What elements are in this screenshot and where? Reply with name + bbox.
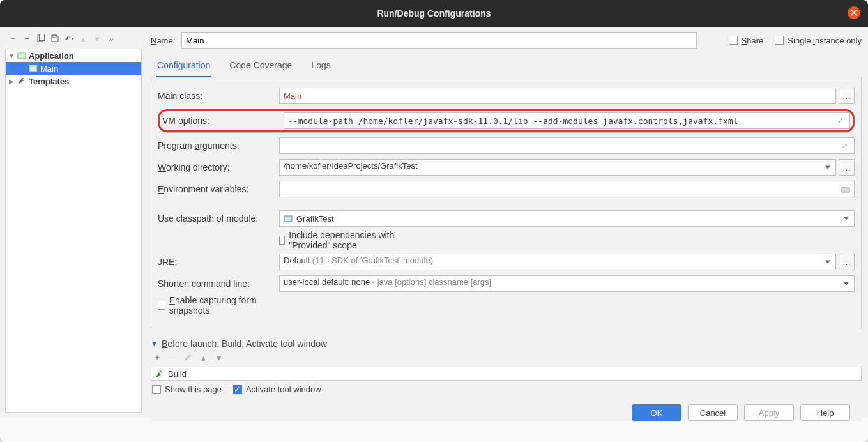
tab-code-coverage[interactable]: Code Coverage — [228, 55, 293, 77]
browse-env-icon[interactable] — [841, 185, 850, 194]
checkbox-icon — [158, 301, 165, 310]
tab-logs[interactable]: Logs — [310, 55, 331, 77]
browse-working-dir-button[interactable]: … — [839, 159, 855, 176]
collapse-icon: ▼ — [8, 52, 15, 59]
remove-config-button[interactable]: − — [22, 33, 32, 43]
pencil-icon — [184, 354, 192, 362]
vm-options-input[interactable]: --module-path /home/kofler/javafx-sdk-11… — [284, 112, 850, 129]
svg-rect-4 — [18, 52, 26, 54]
sidebar: ＋ − ▾ ▴ ▾ » ▼ Application — [0, 27, 144, 418]
classpath-label: Use classpath of module: — [158, 213, 274, 224]
main-class-label: Main class: — [158, 91, 274, 101]
move-task-down[interactable]: ▾ — [213, 353, 224, 363]
content-pane: Name: Share Single instance only Configu… — [144, 27, 868, 418]
shorten-cmd-label: Shorten command line: — [158, 278, 274, 289]
tab-configuration[interactable]: Configuration — [156, 55, 211, 77]
jre-select[interactable]: Default (11 - SDK of 'GrafikTest' module… — [279, 254, 836, 270]
copy-icon — [36, 34, 45, 43]
env-vars-label: Environment variables: — [158, 184, 274, 194]
module-icon — [284, 214, 293, 223]
tree-node-application[interactable]: ▼ Application — [6, 49, 141, 62]
working-dir-value: /home/kofler/IdeaProjects/GrafikTest — [284, 161, 418, 171]
name-label: Name: — [151, 36, 175, 45]
svg-rect-7 — [284, 216, 292, 222]
config-toolbar: ＋ − ▾ ▴ ▾ » — [5, 32, 142, 49]
move-up-button[interactable]: ▴ — [78, 33, 88, 43]
svg-rect-6 — [29, 65, 37, 67]
checkbox-icon — [279, 236, 285, 245]
activate-tool-window-label: Activate tool window — [246, 385, 321, 394]
main-class-input[interactable] — [279, 88, 836, 104]
checkbox-icon — [729, 36, 738, 45]
tree-node-main[interactable]: Main — [6, 62, 141, 75]
move-task-up[interactable]: ▴ — [198, 353, 208, 363]
svg-rect-1 — [40, 34, 45, 41]
classpath-select[interactable]: GrafikTest — [279, 210, 855, 227]
tree-node-templates[interactable]: ▶ Templates — [6, 75, 141, 88]
checkbox-icon — [775, 36, 784, 45]
vm-options-highlight: VM options: --module-path /home/kofler/j… — [158, 109, 855, 132]
include-provided-label: Include dependencies with "Provided" sco… — [289, 230, 395, 250]
vm-options-label: VM options: — [162, 116, 278, 126]
expand-icon[interactable]: ⤢ — [842, 142, 850, 150]
wrench-icon — [17, 77, 26, 86]
env-vars-input[interactable] — [279, 181, 855, 197]
application-icon — [29, 64, 38, 73]
config-tree[interactable]: ▼ Application Main ▶ Templates — [5, 49, 142, 413]
expand-icon: ▶ — [8, 78, 15, 85]
single-instance-checkbox[interactable]: Single instance only — [775, 36, 862, 45]
edit-task-button[interactable] — [183, 353, 193, 363]
shorten-cmd-select[interactable]: user-local default: none - java [options… — [279, 275, 855, 292]
hammer-icon — [155, 369, 164, 378]
help-button[interactable]: Help — [800, 404, 850, 421]
tree-label-application: Application — [29, 51, 74, 61]
enable-snapshots-checkbox[interactable]: Enable capturing form snapshots — [158, 295, 274, 316]
jre-value-detail: (11 - SDK of 'GrafikTest' module) — [312, 255, 433, 265]
move-down-button[interactable]: ▾ — [92, 33, 102, 43]
checkbox-checked-icon: ✓ — [233, 385, 242, 394]
configuration-panel: Main class: … VM options: --module-path … — [151, 77, 862, 328]
include-provided-checkbox[interactable]: Include dependencies with "Provided" sco… — [279, 230, 395, 250]
tree-label-main: Main — [40, 64, 58, 73]
share-checkbox[interactable]: Share — [729, 36, 764, 45]
before-launch-list[interactable]: Build — [151, 367, 862, 381]
copy-config-button[interactable] — [36, 33, 46, 43]
activate-tool-window-checkbox[interactable]: ✓ Activate tool window — [233, 385, 321, 394]
add-config-button[interactable]: ＋ — [8, 33, 18, 43]
vm-options-value: --module-path /home/kofler/javafx-sdk-11… — [288, 116, 738, 126]
before-launch-toolbar: ＋ − ▴ ▾ — [151, 349, 862, 367]
expand-icon[interactable]: ⤢ — [837, 117, 846, 125]
save-icon — [50, 34, 59, 43]
apply-button[interactable]: Apply — [744, 404, 794, 421]
expand-toolbar[interactable]: » — [106, 33, 116, 43]
working-dir-label: Working directory: — [158, 162, 274, 172]
titlebar: Run/Debug Configurations — [0, 0, 868, 27]
jre-value-prefix: Default — [284, 255, 312, 265]
before-launch-header[interactable]: ▼ Before launch: Build, Activate tool wi… — [151, 339, 862, 349]
add-task-button[interactable]: ＋ — [152, 353, 162, 363]
working-dir-input[interactable]: /home/kofler/IdeaProjects/GrafikTest — [279, 159, 836, 176]
cancel-button[interactable]: Cancel — [688, 404, 738, 421]
edit-defaults-button[interactable]: ▾ — [64, 33, 74, 43]
show-this-page-checkbox[interactable]: Show this page — [152, 385, 222, 394]
remove-task-button[interactable]: − — [167, 353, 178, 363]
close-button[interactable] — [848, 6, 860, 19]
browse-jre-button[interactable]: … — [839, 254, 855, 270]
run-debug-config-dialog: Run/Debug Configurations ＋ − ▾ ▴ ▾ — [0, 0, 868, 442]
checkbox-icon — [152, 385, 161, 394]
program-args-label: Program arguments: — [158, 141, 274, 151]
program-args-input[interactable]: ⤢ — [279, 137, 855, 154]
jre-label: JRE: — [158, 257, 274, 267]
ok-button[interactable]: OK — [632, 404, 681, 421]
collapse-icon: ▼ — [151, 340, 158, 347]
show-this-page-label: Show this page — [165, 385, 222, 394]
build-task-label: Build — [168, 369, 187, 379]
before-launch-section: ▼ Before launch: Build, Activate tool wi… — [151, 339, 862, 398]
save-config-button[interactable] — [50, 33, 60, 43]
browse-main-class-button[interactable]: … — [839, 88, 855, 104]
name-input[interactable] — [181, 32, 696, 49]
shorten-value-detail: - java [options] classname [args] — [372, 277, 491, 287]
application-icon — [17, 51, 26, 60]
close-icon — [851, 10, 857, 16]
svg-rect-2 — [53, 35, 56, 38]
